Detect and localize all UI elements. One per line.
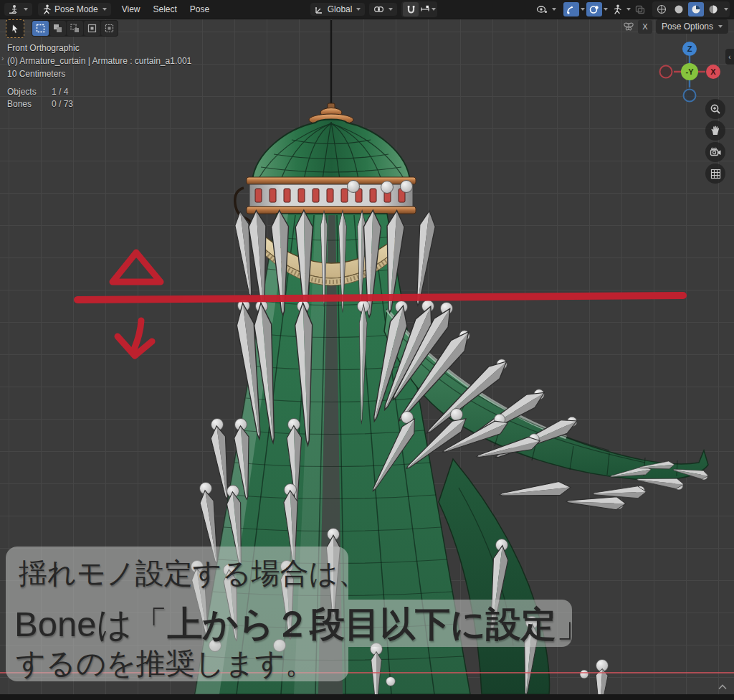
mode-dropdown[interactable]: Pose Mode (38, 3, 111, 16)
ortho-grid-icon (710, 169, 721, 179)
chevron-down-icon (103, 8, 107, 11)
mirror-x-toggle[interactable]: X (638, 20, 652, 34)
orientation-label: Global (328, 4, 353, 14)
zoom-button[interactable] (705, 99, 725, 119)
select-mode-extend[interactable] (49, 21, 66, 36)
material-sphere-icon (691, 4, 701, 14)
shading-rendered-button[interactable] (705, 2, 721, 16)
snap-target-dropdown[interactable] (420, 2, 436, 16)
caption-line2: Boneは「上から２段目以下に設定」 (14, 601, 591, 648)
chevron-down-icon (356, 8, 361, 11)
magnet-icon (406, 5, 416, 14)
caption-line2-suffix: 」 (556, 605, 591, 643)
transform-orientation-dropdown[interactable]: Global (310, 3, 366, 16)
gizmo-neg-z-ball[interactable] (684, 90, 696, 102)
ortho-toggle-button[interactable] (705, 164, 725, 184)
pose-options-area: X Pose Options (623, 19, 728, 34)
bone[interactable] (566, 495, 626, 510)
gizmo-x-label: X (710, 67, 716, 76)
menu-view[interactable]: View (115, 2, 147, 16)
chevron-up-icon (718, 684, 727, 690)
bone-head[interactable] (381, 181, 394, 194)
caption-line1: 揺れモノ設定する場合は、 (19, 554, 367, 593)
context-collapse-caret[interactable]: › (1, 55, 4, 62)
scene-stats: Objects1 / 4 Bones0 / 73 (7, 86, 73, 110)
select-mode-set[interactable] (32, 21, 49, 36)
bone-head[interactable] (386, 677, 396, 686)
viewport-info-overlay: Front Orthographic (0) Armature_curtain … (7, 42, 191, 80)
pan-hand-icon (710, 125, 721, 136)
rendered-sphere-icon (708, 4, 718, 14)
pose-figure-icon (42, 4, 52, 14)
blender-window: 揺れモノ設定する場合は、 Boneは「上から２段目以下に設定」 するのを推奨しま… (0, 0, 734, 700)
bottom-edge-strip (0, 694, 734, 700)
xray-toggle[interactable] (632, 2, 648, 16)
bone-head[interactable] (451, 409, 463, 421)
stats-objects-label: Objects (7, 86, 52, 98)
annotation-horizontal-line (77, 295, 683, 300)
visibility-eye-icon (536, 5, 548, 14)
pan-button[interactable] (705, 120, 725, 141)
show-overlays-toggle[interactable] (586, 2, 602, 16)
bone-head[interactable] (401, 181, 413, 193)
bone[interactable] (410, 210, 437, 306)
butterfly-mirror-icon (623, 22, 634, 32)
gizmo-z-label: Z (687, 44, 692, 53)
overlays-icon (589, 5, 599, 14)
camera-view-icon (710, 147, 722, 158)
chevron-down-icon[interactable] (581, 8, 585, 11)
gizmos-icon (566, 5, 576, 14)
select-mode-intersect[interactable] (101, 21, 118, 36)
editor-type-dropdown[interactable] (4, 3, 32, 16)
pose-options-dropdown[interactable]: Pose Options (656, 19, 728, 34)
chevron-down-icon (718, 25, 723, 28)
select-mode-invert[interactable] (84, 21, 100, 36)
annotation-triangle-up (113, 252, 161, 282)
menu-select[interactable]: Select (147, 2, 184, 16)
menu-pose[interactable]: Pose (184, 2, 216, 16)
shading-solid-button[interactable] (671, 2, 687, 16)
camera-view-button[interactable] (705, 142, 725, 162)
shading-material-button[interactable] (688, 2, 704, 16)
select-invert-icon (87, 24, 97, 33)
pose-display-icon (613, 4, 622, 14)
bone[interactable] (499, 481, 571, 502)
chevron-down-icon (389, 8, 393, 11)
snap-group (401, 1, 437, 17)
tool-settings-bar: X Pose Options (0, 19, 734, 37)
solid-sphere-icon (674, 4, 684, 14)
sidebar-collapse-tab[interactable]: ‹ (725, 49, 734, 65)
select-extend-icon (53, 24, 62, 33)
bone-head[interactable] (348, 181, 360, 193)
xray-icon (635, 5, 645, 14)
transform-orientation-icon (315, 5, 325, 14)
show-gizmos-toggle[interactable] (563, 2, 579, 16)
chevron-down-icon (24, 8, 28, 11)
chevron-down-icon (432, 8, 436, 11)
visibility-dropdown[interactable] (532, 4, 561, 15)
chevron-down-icon[interactable] (724, 8, 728, 11)
stats-bones-label: Bones (7, 98, 52, 110)
select-mode-subtract[interactable] (67, 21, 83, 36)
zoom-icon (710, 103, 721, 115)
pivot-point-dropdown[interactable] (369, 3, 397, 16)
canopy-dome[interactable] (235, 103, 416, 228)
shading-mode-group (652, 1, 730, 17)
mirror-x-label: X (642, 22, 647, 31)
bone-head[interactable] (580, 670, 588, 678)
mode-label: Pose Mode (54, 4, 98, 14)
shading-wireframe-button[interactable] (654, 2, 669, 16)
snap-increment-icon (420, 5, 430, 14)
editor-type-icon (9, 4, 19, 14)
snap-toggle[interactable] (403, 2, 419, 16)
timeline-expand-chevron[interactable] (718, 683, 727, 691)
pose-display-dropdown[interactable] (609, 2, 625, 16)
select-mode-group (32, 20, 118, 37)
gizmo-neg-y-label: -Y (686, 67, 695, 76)
chevron-down-icon[interactable] (626, 8, 631, 11)
navigation-gizmo[interactable]: Z X -Y (657, 39, 723, 108)
gizmo-neg-x-ball[interactable] (660, 66, 672, 78)
stats-bones-value: 0 / 73 (52, 98, 73, 110)
active-tool-button[interactable] (6, 19, 24, 38)
chevron-down-icon[interactable] (604, 8, 608, 11)
